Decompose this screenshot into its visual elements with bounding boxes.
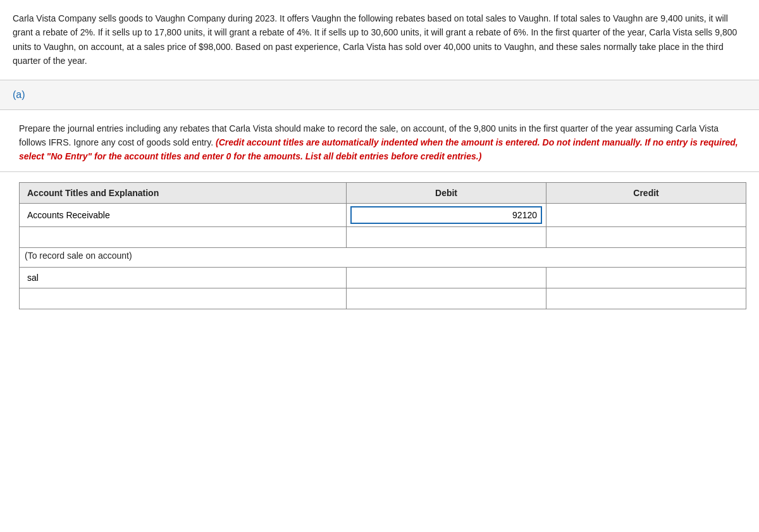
- debit-cell-1-2[interactable]: [347, 226, 546, 247]
- credit-input-2-1[interactable]: [550, 270, 742, 285]
- header-debit: Debit: [347, 182, 546, 203]
- credit-cell-2-1[interactable]: [546, 267, 746, 288]
- instructions-section: Prepare the journal entries including an…: [0, 110, 759, 172]
- problem-text: Carla Vista Company sells goods to Vaugh…: [0, 0, 759, 80]
- journal-table: Account Titles and Explanation Debit Cre…: [19, 182, 746, 309]
- part-a-section: (a): [0, 80, 759, 110]
- note-text-1: (To record sale on account): [20, 247, 746, 267]
- debit-input-2-1[interactable]: [350, 270, 542, 285]
- note-row-1: (To record sale on account): [20, 247, 746, 267]
- table-row: [20, 203, 746, 226]
- credit-cell-1-2[interactable]: [546, 226, 746, 247]
- debit-input-1-1[interactable]: [350, 206, 542, 224]
- account-input-2-1[interactable]: [23, 270, 342, 285]
- credit-input-2-2[interactable]: [550, 291, 742, 306]
- part-a-label: (a): [13, 89, 25, 100]
- table-row: [20, 288, 746, 309]
- credit-input-1-2[interactable]: [550, 230, 742, 245]
- header-credit: Credit: [546, 182, 746, 203]
- table-row: [20, 267, 746, 288]
- account-input-1-1[interactable]: [23, 207, 342, 223]
- debit-input-2-2[interactable]: [350, 291, 542, 306]
- account-input-1-2[interactable]: [23, 230, 342, 245]
- header-account: Account Titles and Explanation: [20, 182, 347, 203]
- account-cell-1-1[interactable]: [20, 203, 347, 226]
- debit-cell-2-1[interactable]: [347, 267, 546, 288]
- account-cell-2-2[interactable]: [20, 288, 347, 309]
- journal-table-wrapper: Account Titles and Explanation Debit Cre…: [0, 172, 759, 316]
- account-cell-2-1[interactable]: [20, 267, 347, 288]
- debit-cell-2-2[interactable]: [347, 288, 546, 309]
- debit-input-1-2[interactable]: [350, 230, 542, 245]
- problem-description: Carla Vista Company sells goods to Vaugh…: [13, 13, 737, 66]
- credit-input-1-1[interactable]: [550, 207, 742, 223]
- account-input-2-2[interactable]: [23, 291, 342, 306]
- table-row: [20, 226, 746, 247]
- credit-cell-1-1[interactable]: [546, 203, 746, 226]
- account-cell-1-2[interactable]: [20, 226, 347, 247]
- credit-cell-2-2[interactable]: [546, 288, 746, 309]
- debit-cell-1-1[interactable]: [347, 203, 546, 226]
